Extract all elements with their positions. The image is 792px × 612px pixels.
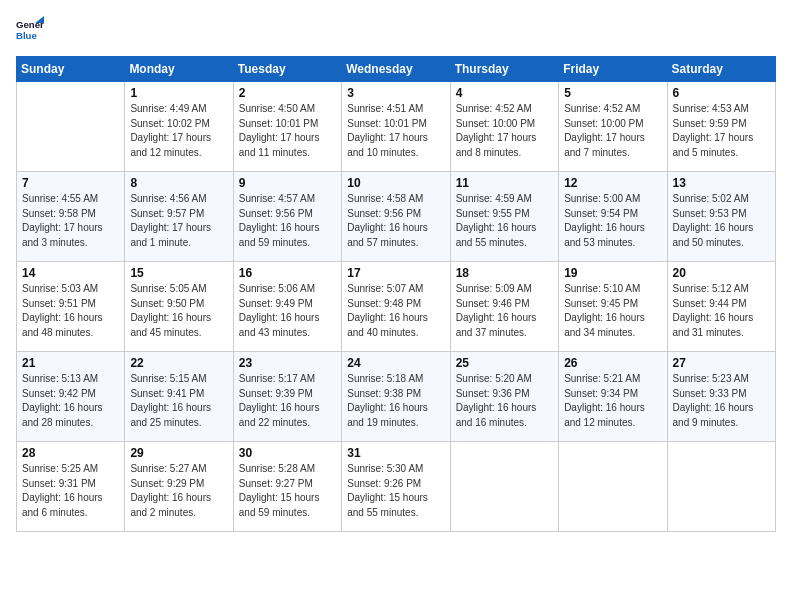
calendar-cell: 6Sunrise: 4:53 AM Sunset: 9:59 PM Daylig…	[667, 82, 775, 172]
calendar-cell: 12Sunrise: 5:00 AM Sunset: 9:54 PM Dayli…	[559, 172, 667, 262]
calendar-cell: 27Sunrise: 5:23 AM Sunset: 9:33 PM Dayli…	[667, 352, 775, 442]
day-info: Sunrise: 5:15 AM Sunset: 9:41 PM Dayligh…	[130, 372, 227, 430]
day-number: 17	[347, 266, 444, 280]
day-number: 20	[673, 266, 770, 280]
day-number: 23	[239, 356, 336, 370]
calendar-cell: 29Sunrise: 5:27 AM Sunset: 9:29 PM Dayli…	[125, 442, 233, 532]
calendar-cell: 24Sunrise: 5:18 AM Sunset: 9:38 PM Dayli…	[342, 352, 450, 442]
calendar-cell: 17Sunrise: 5:07 AM Sunset: 9:48 PM Dayli…	[342, 262, 450, 352]
day-info: Sunrise: 4:56 AM Sunset: 9:57 PM Dayligh…	[130, 192, 227, 250]
day-number: 16	[239, 266, 336, 280]
calendar-cell	[17, 82, 125, 172]
day-number: 18	[456, 266, 553, 280]
day-number: 27	[673, 356, 770, 370]
day-info: Sunrise: 5:00 AM Sunset: 9:54 PM Dayligh…	[564, 192, 661, 250]
calendar-cell: 30Sunrise: 5:28 AM Sunset: 9:27 PM Dayli…	[233, 442, 341, 532]
week-row-2: 7Sunrise: 4:55 AM Sunset: 9:58 PM Daylig…	[17, 172, 776, 262]
calendar-cell: 9Sunrise: 4:57 AM Sunset: 9:56 PM Daylig…	[233, 172, 341, 262]
day-number: 30	[239, 446, 336, 460]
day-header-friday: Friday	[559, 57, 667, 82]
day-info: Sunrise: 4:55 AM Sunset: 9:58 PM Dayligh…	[22, 192, 119, 250]
day-number: 4	[456, 86, 553, 100]
page-header: General Blue	[16, 16, 776, 44]
day-header-wednesday: Wednesday	[342, 57, 450, 82]
calendar-cell: 10Sunrise: 4:58 AM Sunset: 9:56 PM Dayli…	[342, 172, 450, 262]
day-info: Sunrise: 5:10 AM Sunset: 9:45 PM Dayligh…	[564, 282, 661, 340]
day-number: 7	[22, 176, 119, 190]
day-info: Sunrise: 5:02 AM Sunset: 9:53 PM Dayligh…	[673, 192, 770, 250]
day-number: 14	[22, 266, 119, 280]
day-number: 10	[347, 176, 444, 190]
calendar-cell: 22Sunrise: 5:15 AM Sunset: 9:41 PM Dayli…	[125, 352, 233, 442]
calendar-cell: 5Sunrise: 4:52 AM Sunset: 10:00 PM Dayli…	[559, 82, 667, 172]
day-header-tuesday: Tuesday	[233, 57, 341, 82]
week-row-5: 28Sunrise: 5:25 AM Sunset: 9:31 PM Dayli…	[17, 442, 776, 532]
day-number: 24	[347, 356, 444, 370]
day-number: 5	[564, 86, 661, 100]
logo-icon: General Blue	[16, 16, 44, 44]
day-info: Sunrise: 4:49 AM Sunset: 10:02 PM Daylig…	[130, 102, 227, 160]
day-info: Sunrise: 5:05 AM Sunset: 9:50 PM Dayligh…	[130, 282, 227, 340]
day-number: 13	[673, 176, 770, 190]
calendar-cell: 1Sunrise: 4:49 AM Sunset: 10:02 PM Dayli…	[125, 82, 233, 172]
day-info: Sunrise: 5:23 AM Sunset: 9:33 PM Dayligh…	[673, 372, 770, 430]
day-info: Sunrise: 4:52 AM Sunset: 10:00 PM Daylig…	[564, 102, 661, 160]
day-number: 2	[239, 86, 336, 100]
day-header-saturday: Saturday	[667, 57, 775, 82]
day-info: Sunrise: 5:06 AM Sunset: 9:49 PM Dayligh…	[239, 282, 336, 340]
calendar-cell: 14Sunrise: 5:03 AM Sunset: 9:51 PM Dayli…	[17, 262, 125, 352]
day-number: 26	[564, 356, 661, 370]
calendar-cell	[450, 442, 558, 532]
calendar-cell: 20Sunrise: 5:12 AM Sunset: 9:44 PM Dayli…	[667, 262, 775, 352]
calendar-cell: 8Sunrise: 4:56 AM Sunset: 9:57 PM Daylig…	[125, 172, 233, 262]
day-info: Sunrise: 4:50 AM Sunset: 10:01 PM Daylig…	[239, 102, 336, 160]
calendar-cell	[667, 442, 775, 532]
day-number: 8	[130, 176, 227, 190]
day-info: Sunrise: 5:27 AM Sunset: 9:29 PM Dayligh…	[130, 462, 227, 520]
day-number: 6	[673, 86, 770, 100]
calendar-cell: 15Sunrise: 5:05 AM Sunset: 9:50 PM Dayli…	[125, 262, 233, 352]
day-info: Sunrise: 5:28 AM Sunset: 9:27 PM Dayligh…	[239, 462, 336, 520]
logo: General Blue	[16, 16, 44, 44]
calendar-cell: 2Sunrise: 4:50 AM Sunset: 10:01 PM Dayli…	[233, 82, 341, 172]
calendar-cell: 3Sunrise: 4:51 AM Sunset: 10:01 PM Dayli…	[342, 82, 450, 172]
week-row-3: 14Sunrise: 5:03 AM Sunset: 9:51 PM Dayli…	[17, 262, 776, 352]
day-info: Sunrise: 4:53 AM Sunset: 9:59 PM Dayligh…	[673, 102, 770, 160]
day-info: Sunrise: 5:13 AM Sunset: 9:42 PM Dayligh…	[22, 372, 119, 430]
calendar-cell: 28Sunrise: 5:25 AM Sunset: 9:31 PM Dayli…	[17, 442, 125, 532]
calendar-cell: 19Sunrise: 5:10 AM Sunset: 9:45 PM Dayli…	[559, 262, 667, 352]
calendar-cell: 25Sunrise: 5:20 AM Sunset: 9:36 PM Dayli…	[450, 352, 558, 442]
day-info: Sunrise: 5:25 AM Sunset: 9:31 PM Dayligh…	[22, 462, 119, 520]
day-info: Sunrise: 5:07 AM Sunset: 9:48 PM Dayligh…	[347, 282, 444, 340]
calendar-cell: 23Sunrise: 5:17 AM Sunset: 9:39 PM Dayli…	[233, 352, 341, 442]
day-header-monday: Monday	[125, 57, 233, 82]
calendar-cell: 11Sunrise: 4:59 AM Sunset: 9:55 PM Dayli…	[450, 172, 558, 262]
day-info: Sunrise: 5:30 AM Sunset: 9:26 PM Dayligh…	[347, 462, 444, 520]
calendar-cell: 4Sunrise: 4:52 AM Sunset: 10:00 PM Dayli…	[450, 82, 558, 172]
calendar-cell: 16Sunrise: 5:06 AM Sunset: 9:49 PM Dayli…	[233, 262, 341, 352]
day-number: 22	[130, 356, 227, 370]
day-number: 25	[456, 356, 553, 370]
day-header-sunday: Sunday	[17, 57, 125, 82]
day-number: 9	[239, 176, 336, 190]
day-number: 28	[22, 446, 119, 460]
week-row-1: 1Sunrise: 4:49 AM Sunset: 10:02 PM Dayli…	[17, 82, 776, 172]
day-info: Sunrise: 5:12 AM Sunset: 9:44 PM Dayligh…	[673, 282, 770, 340]
calendar-cell: 31Sunrise: 5:30 AM Sunset: 9:26 PM Dayli…	[342, 442, 450, 532]
day-info: Sunrise: 5:17 AM Sunset: 9:39 PM Dayligh…	[239, 372, 336, 430]
calendar-cell: 18Sunrise: 5:09 AM Sunset: 9:46 PM Dayli…	[450, 262, 558, 352]
day-info: Sunrise: 4:58 AM Sunset: 9:56 PM Dayligh…	[347, 192, 444, 250]
day-number: 29	[130, 446, 227, 460]
day-info: Sunrise: 5:03 AM Sunset: 9:51 PM Dayligh…	[22, 282, 119, 340]
calendar-table: SundayMondayTuesdayWednesdayThursdayFrid…	[16, 56, 776, 532]
day-info: Sunrise: 4:52 AM Sunset: 10:00 PM Daylig…	[456, 102, 553, 160]
day-number: 19	[564, 266, 661, 280]
calendar-cell	[559, 442, 667, 532]
day-number: 15	[130, 266, 227, 280]
day-info: Sunrise: 4:57 AM Sunset: 9:56 PM Dayligh…	[239, 192, 336, 250]
week-row-4: 21Sunrise: 5:13 AM Sunset: 9:42 PM Dayli…	[17, 352, 776, 442]
day-number: 1	[130, 86, 227, 100]
day-info: Sunrise: 5:09 AM Sunset: 9:46 PM Dayligh…	[456, 282, 553, 340]
header-row: SundayMondayTuesdayWednesdayThursdayFrid…	[17, 57, 776, 82]
day-number: 3	[347, 86, 444, 100]
